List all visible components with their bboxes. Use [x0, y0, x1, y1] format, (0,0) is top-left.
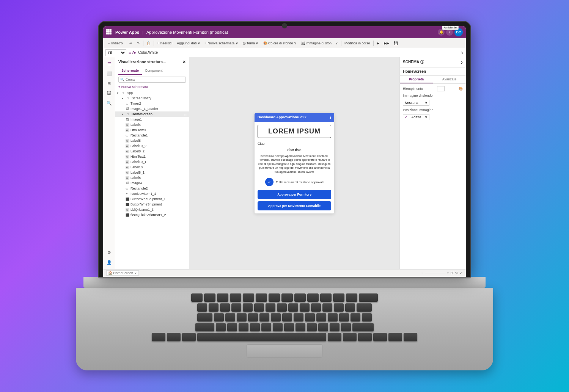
title-right-group: Ambiente 🔔 ? DC [438, 28, 463, 36]
laptop: Power Apps | Approvazione Movimenti Forn… [76, 22, 493, 370]
tab-proprieta[interactable]: Proprietà [400, 76, 433, 83]
tree-item-label8[interactable]: A Label8 [115, 175, 189, 180]
tree-item-homescreen[interactable]: ▾ □ HomeScreen … [115, 111, 189, 117]
media-icon[interactable]: 🖼 [105, 89, 113, 97]
save-button[interactable]: 💾 [392, 41, 399, 46]
homescreen-tab[interactable]: 🏠 HomeScreen ∨ [106, 270, 139, 276]
tree-item-screennotify[interactable]: ▾ □ ScreenNotify [115, 96, 189, 101]
formula-bar: Fill = fx Color.White ∨ [103, 48, 466, 57]
right-panel-expand[interactable]: › [461, 59, 463, 65]
fit-screen-icon[interactable]: ⤢ [460, 271, 463, 275]
add-data-button[interactable]: Aggiungi dati ∨ [175, 41, 202, 46]
new-screen-button[interactable]: + Nuova schermata ∨ [203, 41, 240, 46]
approva-fornitore-button[interactable]: Approva per Fornitore [258, 190, 331, 199]
back-button[interactable]: ← Indietro [105, 41, 124, 46]
tree-item-label4[interactable]: A Label4 [115, 122, 189, 127]
clipboard-button[interactable]: 📋 [145, 41, 152, 46]
tree-item-image1[interactable]: 🖼 Image1 [115, 117, 189, 122]
tree-item-label10-1[interactable]: A Label10_1 [115, 159, 189, 165]
app-icon: ▾ [117, 91, 121, 95]
main-area: ☰ ⬜ ⊞ 🖼 🔍 ⚙ 👤 Visualizzazione struttura.… [103, 57, 466, 269]
tree-item-rectangle2[interactable]: ▭ Rectangle2 [115, 186, 189, 191]
tree-item-image4[interactable]: 🖼 Image4 [115, 180, 189, 186]
tree-item-buttonwheshipment1[interactable]: ⬛ ButtonWheShipment_1 [115, 196, 189, 202]
zoom-in-button[interactable]: + [447, 271, 449, 275]
play-button[interactable]: ▶ [375, 41, 381, 46]
laptop-keyboard [76, 288, 493, 370]
context-menu-icon[interactable]: … [184, 112, 187, 116]
property-select[interactable]: Fill [105, 49, 126, 56]
app-body: dsc dsc benvenuto nell'app Approvazione … [255, 146, 334, 214]
tree-item-rectangle1[interactable]: ▭ Rectangle1 [115, 133, 189, 138]
tab-componenti[interactable]: Componenti [142, 67, 167, 75]
tree-item-iconnewitem[interactable]: ✦ IconNewItem1_4 [115, 191, 189, 196]
color-swatch[interactable] [437, 86, 445, 91]
background-image-button[interactable]: 🖼 Immagine di sfon... ∨ [300, 41, 340, 46]
tree-item-label10[interactable]: A Label10 [115, 165, 189, 170]
trackpad[interactable] [247, 344, 322, 358]
tree-item-htmltext1[interactable]: A HtmlText1 [115, 154, 189, 159]
search-input[interactable] [126, 78, 184, 82]
user-icon[interactable]: 👤 [105, 259, 113, 267]
keyboard-grid [114, 293, 455, 341]
prop-riempimento: Riempimento 🎨 [403, 86, 463, 91]
check-circle-icon: ✓ [265, 178, 273, 186]
app-status-row: ✓ Tutti i movimenti risultano approvati [265, 176, 324, 188]
panel-header: Visualizzazione struttura... ✕ [115, 57, 189, 67]
prop-immagine-select: Nessuna ∨ [403, 100, 463, 106]
laptop-screen: Power Apps | Approvazione Movimenti Forn… [103, 26, 466, 277]
canvas: Dashboard Approvazione v0.2 ℹ LOREM IPSU… [189, 57, 399, 269]
waffle-icon[interactable] [106, 29, 112, 35]
zoom-controls: − —————— + 50 % ⤢ [421, 271, 463, 275]
laptop-hinge [83, 277, 486, 288]
webcam [282, 23, 287, 28]
posizione-select[interactable]: ✓ Adatte ∨ [403, 114, 429, 120]
undo-button[interactable]: ↩ [128, 41, 134, 46]
approva-movimento-button[interactable]: Approva per Movimento Contabile [258, 201, 331, 210]
screens-icon[interactable]: ⬜ [105, 69, 113, 78]
play-full-button[interactable]: ▶▶ [382, 41, 391, 46]
tree-item-lblqrname[interactable]: A LblQrName1_3 [115, 207, 189, 212]
tree-item-label10-2[interactable]: A Label10_2 [115, 143, 189, 149]
right-panel-tabs: Proprietà Avanzate [400, 76, 466, 84]
ambiente-badge: Ambiente [442, 26, 459, 30]
immagine-select[interactable]: Nessuna ∨ [403, 100, 429, 106]
formula-expand[interactable]: ∨ [461, 50, 464, 55]
tab-avanzate[interactable]: Avanzate [433, 76, 466, 83]
tree-item-app[interactable]: ▾ □ App [115, 90, 189, 96]
tree-item-label8-1[interactable]: A Label8_1 [115, 170, 189, 175]
status-bar: 🏠 HomeScreen ∨ − —————— + 50 % ⤢ [103, 269, 466, 277]
theme-button[interactable]: ◎ Tema ∨ [241, 41, 260, 46]
tree-item-label8-2[interactable]: A Label8_2 [115, 149, 189, 154]
laptop-screen-container: Power Apps | Approvazione Movimenti Forn… [99, 22, 470, 277]
redo-button[interactable]: ↷ [135, 41, 141, 46]
prop-posizione: Posizione immagine [403, 108, 463, 112]
tree-item-timer2[interactable]: ⏱ Timer2 [115, 101, 189, 106]
data-icon[interactable]: ⊞ [105, 79, 113, 88]
panel-tabs: Schermate Componenti [115, 67, 189, 75]
tab-schermate[interactable]: Schermate [118, 67, 142, 75]
settings-icon[interactable]: ⚙ [105, 249, 113, 257]
tree-item-image1-loader[interactable]: 🖼 Image1_1_Loader [115, 106, 189, 111]
tree-item-buttonwheshipment[interactable]: ⬛ ButtonWheShipment [115, 202, 189, 207]
tree-item-htmltext0[interactable]: A HtmlText0 [115, 127, 189, 133]
search-icon[interactable]: 🔍 [105, 99, 113, 107]
zoom-slider[interactable]: —————— [425, 271, 445, 275]
app-title-text: LOREM IPSUM [268, 127, 321, 135]
tree-item-flectquickaction[interactable]: ⬛ flectQuickActionBar1_2 [115, 212, 189, 218]
color-picker-icon[interactable]: 🎨 [459, 87, 463, 91]
tree-item-label5[interactable]: A Label5 [115, 138, 189, 143]
zoom-level: 50 % [450, 271, 458, 275]
right-screen-name: HomeScreen [400, 67, 466, 76]
formula-value: Color.White [138, 50, 459, 55]
panel-title: Visualizzazione struttura... [118, 60, 166, 64]
new-screen-btn[interactable]: + Nuova schermata [115, 84, 189, 89]
insert-button[interactable]: + Inserisci [156, 41, 174, 46]
component-tree: ▾ □ App ▾ □ ScreenNotify [115, 89, 189, 269]
close-panel-icon[interactable]: ✕ [182, 60, 186, 64]
edit-mode-label: Modifica in corso [343, 41, 372, 46]
background-color-button[interactable]: 🎨 Colore di sfondo ∨ [262, 41, 299, 46]
tree-view-icon[interactable]: ☰ [105, 60, 113, 68]
zoom-out-button[interactable]: − [421, 271, 423, 275]
app-header: Dashboard Approvazione v0.2 ℹ [255, 113, 334, 122]
